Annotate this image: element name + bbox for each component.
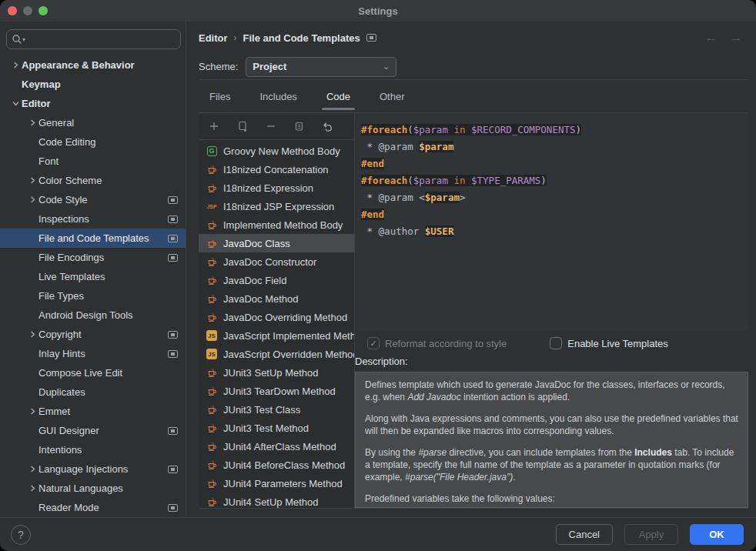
ok-button[interactable]: OK [690,524,744,545]
template-name: JavaScript Overridden Method [223,349,354,360]
description-segment: Includes [634,447,672,458]
sidebar-item-live-templates[interactable]: Live Templates [0,267,186,286]
sidebar-item-keymap[interactable]: Keymap [0,75,186,94]
duplicate-icon[interactable] [236,120,249,132]
template-list-item[interactable]: JavaDoc Class [199,234,354,252]
sidebar-item-inlay-hints[interactable]: Inlay Hints [0,344,186,363]
sidebar-item-label: Duplicates [38,386,186,398]
help-button[interactable]: ? [11,525,31,545]
template-code-editor[interactable]: #foreach($param in $RECORD_COMPONENTS) *… [355,113,748,331]
template-list-item[interactable]: JUnit4 BeforeClass Method [199,456,354,474]
zoom-window-button[interactable] [38,6,48,15]
per-project-monitor-icon [168,196,178,204]
code-token [466,124,472,135]
template-list-item[interactable]: I18nized Concatenation [199,160,354,179]
groovy-file-icon: G [206,145,218,157]
template-list-item[interactable]: JUnit3 Test Method [199,419,354,437]
search-options-caret-icon[interactable]: ▾ [22,36,25,43]
code-token: $param [419,141,453,152]
scheme-select[interactable]: Project ⌄ [246,57,396,77]
sidebar-item-editor[interactable]: Editor [0,94,186,113]
template-list-item[interactable]: Implemented Method Body [199,215,354,234]
remove-icon[interactable] [265,120,277,132]
back-arrow-icon[interactable]: ← [705,31,718,45]
java-file-icon [206,219,218,231]
chevron-collapsed-icon [26,119,38,126]
apply-button[interactable]: Apply [624,524,678,545]
per-project-monitor-icon [168,235,178,242]
chevron-collapsed-icon [9,62,22,68]
sidebar-item-file-types[interactable]: File Types [0,286,186,306]
close-window-button[interactable] [8,6,17,15]
template-list-item[interactable]: JUnit4 AfterClass Method [199,437,354,456]
settings-search-input[interactable] [27,34,176,45]
sidebar-item-code-style[interactable]: Code Style [0,190,186,209]
template-list-item[interactable]: JUnit3 Test Class [199,400,354,419]
tab-includes[interactable]: Includes [255,80,301,112]
template-name: JUnit4 SetUp Method [223,496,319,508]
template-list-item[interactable]: JavaDoc Method [199,289,354,308]
reformat-checkbox[interactable]: ✓ Reformat according to style [367,337,507,349]
template-tabs: FilesIncludesCodeOther [199,80,756,112]
sidebar-item-file-and-code-templates[interactable]: File and Code Templates [0,229,186,248]
description-paragraph: Predefined variables take the following … [365,493,738,505]
template-panes: GGroovy New Method BodyI18nized Concaten… [199,112,748,509]
template-list-item[interactable]: JavaDoc Field [199,271,354,289]
template-list-item[interactable]: JSPI18nized JSP Expression [199,197,354,215]
forward-arrow-icon[interactable]: → [730,31,742,45]
description-paragraph: By using the #parse directive, you can i… [365,446,738,483]
sidebar-item-appearance-behavior[interactable]: Appearance & Behavior [0,55,186,75]
template-list-item[interactable]: JUnit3 SetUp Method [199,363,354,382]
template-list-item[interactable]: JSJavaScript Overridden Method [199,345,354,363]
cancel-button[interactable]: Cancel [556,524,613,545]
template-list-item[interactable]: GGroovy New Method Body [199,142,354,160]
template-list-item[interactable]: JUnit4 SetUp Method [199,493,354,508]
java-file-icon [206,422,218,434]
sidebar-item-intentions[interactable]: Intentions [0,440,186,459]
java-file-icon [206,403,218,416]
sidebar-item-natural-languages[interactable]: Natural Languages [0,479,186,498]
sidebar-item-file-encodings[interactable]: File Encodings [0,248,186,267]
dialog-footer: ? Cancel Apply OK [0,517,756,551]
sidebar-item-emmet[interactable]: Emmet [0,402,186,421]
add-icon[interactable] [208,120,220,132]
selected-tab-underline [322,108,355,110]
template-list-item[interactable]: I18nized Expression [199,179,354,197]
sidebar-item-inspections[interactable]: Inspections [0,209,186,229]
java-file-icon [206,496,218,508]
template-list-item[interactable]: JavaDoc Constructor [199,252,354,271]
sidebar-item-language-injections[interactable]: Language Injections [0,459,186,479]
sidebar-item-duplicates[interactable]: Duplicates [0,382,186,402]
tab-files[interactable]: Files [205,80,235,112]
template-list-item[interactable]: JSJavaScript Implemented Method [199,326,354,345]
sidebar-item-copyright[interactable]: Copyright [0,325,186,344]
sidebar-item-code-editing[interactable]: Code Editing [0,132,186,152]
sidebar-item-gui-designer[interactable]: GUI Designer [0,421,186,440]
sidebar-item-label: Inspections [38,213,168,225]
sidebar-item-compose-live-edit[interactable]: Compose Live Edit [0,363,186,382]
settings-search-box[interactable]: ▾ [6,29,181,49]
template-list-item[interactable]: JUnit4 Parameters Method [199,474,354,493]
sidebar-item-color-scheme[interactable]: Color Scheme [0,171,186,190]
tab-other[interactable]: Other [375,80,410,112]
sidebar-item-reader-mode[interactable]: Reader Mode [0,498,186,517]
minimize-window-button[interactable] [23,6,32,15]
sidebar-item-android-design-tools[interactable]: Android Design Tools [0,306,186,325]
code-token: $USER [425,225,454,237]
description-text: Defines template which used to generate … [355,372,748,508]
code-token: #end [361,209,384,220]
template-name: JavaDoc Constructor [223,256,316,268]
tab-code[interactable]: Code [322,80,355,112]
template-list-item[interactable]: JUnit3 TearDown Method [199,382,354,400]
revert-icon[interactable] [322,120,334,132]
breadcrumb-editor[interactable]: Editor [199,32,228,44]
copy-icon[interactable] [293,120,306,132]
sidebar-item-label: Code Style [38,194,168,205]
enable-live-templates-checkbox[interactable]: Enable Live Templates [550,337,668,349]
code-line: #foreach($param in $RECORD_COMPONENTS) [361,122,742,139]
template-name: JUnit3 TearDown Method [223,386,336,397]
sidebar-item-general[interactable]: General [0,113,186,132]
sidebar-item-font[interactable]: Font [0,152,186,171]
code-token [466,175,472,186]
template-list-item[interactable]: JavaDoc Overriding Method [199,308,354,326]
